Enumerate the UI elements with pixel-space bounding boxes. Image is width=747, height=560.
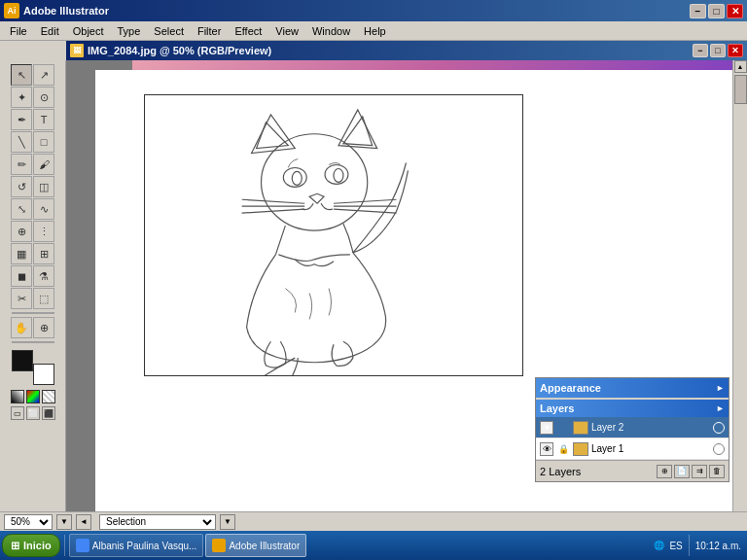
fullscreen-icon[interactable]: ⬛ — [42, 406, 55, 420]
screen-mode-icon[interactable]: ⬜ — [26, 406, 40, 420]
layer-2-eye[interactable]: 👁 — [540, 421, 553, 435]
fill-stroke-icon[interactable]: ▭ — [11, 406, 24, 420]
color-icon[interactable] — [11, 390, 24, 403]
magic-wand-tool[interactable]: ✦ — [11, 87, 32, 108]
nav-back-arrow[interactable]: ◄ — [76, 514, 91, 530]
line-tool[interactable]: ╲ — [11, 131, 32, 153]
layers-panel-header[interactable]: Layers ► — [536, 400, 729, 417]
title-bar-buttons: − □ ✕ — [690, 4, 743, 18]
eraser-tool[interactable]: ⬚ — [33, 288, 54, 309]
zoom-select[interactable]: 50% 25% 33% 66% 75% 100% 200% — [4, 514, 53, 530]
layer-1-name: Layer 1 — [591, 443, 710, 454]
tray-lang-label: ES — [669, 541, 682, 551]
windows-start-icon: ⊞ — [11, 540, 19, 552]
layer-1-icon — [573, 442, 588, 456]
foreground-color-box[interactable] — [12, 350, 33, 371]
warp-tool[interactable]: ∿ — [33, 198, 54, 220]
illustrator-taskbar-label: Adobe Illustrator — [229, 541, 300, 551]
zoom-tool[interactable]: ⊕ — [33, 317, 54, 338]
appearance-expand-icon[interactable]: ► — [716, 383, 725, 393]
layers-expand-icon[interactable]: ► — [716, 403, 725, 413]
menu-select[interactable]: Select — [148, 23, 190, 39]
start-button[interactable]: ⊞ Inicio — [2, 534, 60, 557]
layer-1-eye[interactable]: 👁 — [540, 442, 553, 456]
status-bar: 50% 25% 33% 66% 75% 100% 200% ▼ ◄ Select… — [0, 511, 747, 531]
layer-row-2[interactable]: 👁 Layer 2 — [536, 417, 729, 438]
chrome-taskbar-label: Albanis Paulina Vasqu... — [92, 541, 197, 551]
chrome-taskbar-icon — [76, 539, 89, 552]
taskbar-illustrator-item[interactable]: Adobe Illustrator — [205, 534, 306, 557]
svg-point-3 — [292, 171, 302, 185]
tool-separator — [12, 312, 54, 314]
hand-tool[interactable]: ✋ — [11, 317, 32, 338]
menu-help[interactable]: Help — [358, 23, 392, 39]
gradient-tool[interactable]: ◼ — [11, 265, 32, 287]
vertical-scrollbar[interactable]: ▲ ▼ — [732, 60, 747, 531]
background-color-box[interactable] — [33, 364, 54, 385]
doc-minimize-button[interactable]: − — [693, 44, 708, 57]
eyedropper-tool[interactable]: ⚗ — [33, 265, 54, 287]
mirror-tool[interactable]: ◫ — [33, 176, 54, 197]
selection-tool[interactable]: ↖ — [11, 64, 32, 86]
menu-object[interactable]: Object — [67, 23, 110, 39]
menu-effect[interactable]: Effect — [229, 23, 267, 39]
move-selection-btn[interactable]: ⇉ — [692, 465, 707, 478]
tool-select[interactable]: Selection Direct Selection Pen Type Brus… — [99, 514, 216, 530]
brush-tool[interactable]: 🖌 — [33, 154, 54, 175]
scissors-tool[interactable]: ✂ — [11, 288, 32, 309]
gradient-icon[interactable] — [26, 390, 40, 403]
none-icon[interactable] — [42, 390, 55, 403]
minimize-button[interactable]: − — [690, 4, 706, 18]
scroll-up-arrow[interactable]: ▲ — [734, 60, 747, 73]
appearance-panel-title: Appearance — [540, 382, 601, 394]
layer-2-lock[interactable] — [556, 421, 570, 435]
delete-layer-btn[interactable]: 🗑 — [709, 465, 725, 478]
type-tool[interactable]: T — [33, 109, 54, 130]
direct-select-tool[interactable]: ↗ — [33, 64, 54, 86]
layers-footer: 2 Layers ⊕ 📄 ⇉ 🗑 — [536, 460, 729, 481]
make-new-layer-btn[interactable]: 📄 — [674, 465, 690, 478]
color-area[interactable] — [12, 350, 54, 385]
svg-point-0 — [262, 134, 368, 230]
menu-type[interactable]: Type — [112, 23, 147, 39]
layer-1-lock[interactable]: 🔒 — [556, 442, 570, 456]
appearance-panel: Appearance ► — [536, 378, 729, 398]
close-button[interactable]: ✕ — [727, 4, 743, 18]
cat-drawing — [145, 95, 522, 375]
layer-row-1[interactable]: 👁 🔒 Layer 1 — [536, 438, 729, 460]
svg-line-10 — [334, 209, 397, 213]
appearance-panel-header[interactable]: Appearance ► — [536, 378, 729, 398]
scale-tool[interactable]: ⤡ — [11, 198, 32, 220]
rotate-tool[interactable]: ↺ — [11, 176, 32, 197]
zoom-dropdown-arrow[interactable]: ▼ — [56, 514, 72, 530]
menu-edit[interactable]: Edit — [35, 23, 65, 39]
menu-window[interactable]: Window — [306, 23, 356, 39]
blend-tool[interactable]: ⊕ — [11, 221, 32, 242]
symbol-sprayer-tool[interactable]: ⋮ — [33, 221, 54, 242]
menu-file[interactable]: File — [4, 23, 33, 39]
maximize-button[interactable]: □ — [708, 4, 725, 18]
menu-view[interactable]: View — [269, 23, 304, 39]
pen-tool[interactable]: ✒ — [11, 109, 32, 130]
layers-panel: Layers ► 👁 Layer 2 — [536, 400, 729, 481]
tool-dropdown-arrow[interactable]: ▼ — [220, 514, 235, 530]
svg-line-8 — [334, 199, 397, 203]
doc-close-button[interactable]: ✕ — [728, 44, 743, 57]
taskbar-separator-2 — [689, 535, 690, 556]
doc-icon: 🖼 — [70, 44, 84, 57]
menu-filter[interactable]: Filter — [192, 23, 227, 39]
lasso-tool[interactable]: ⊙ — [33, 87, 54, 108]
doc-maximize-button[interactable]: □ — [710, 44, 726, 57]
column-graph-tool[interactable]: ▦ — [11, 243, 32, 264]
layer-2-circle — [713, 422, 725, 434]
pencil-tool[interactable]: ✏ — [11, 154, 32, 175]
taskbar-chrome-item[interactable]: Albanis Paulina Vasqu... — [69, 534, 204, 557]
make-new-sublayer-btn[interactable]: ⊕ — [657, 465, 672, 478]
main-area: ↖ ↗ ✦ ⊙ ✒ T ╲ □ ✏ 🖌 ↺ ◫ — [0, 60, 747, 531]
mesh-tool[interactable]: ⊞ — [33, 243, 54, 264]
taskbar-clock: 10:12 a.m. — [695, 541, 741, 551]
canvas-area[interactable]: ▲ ▼ ◄ ► Appearance ► — [66, 60, 747, 531]
scroll-thumb-v[interactable] — [734, 75, 747, 104]
rect-tool[interactable]: □ — [33, 131, 54, 153]
layers-count: 2 Layers — [540, 466, 581, 477]
